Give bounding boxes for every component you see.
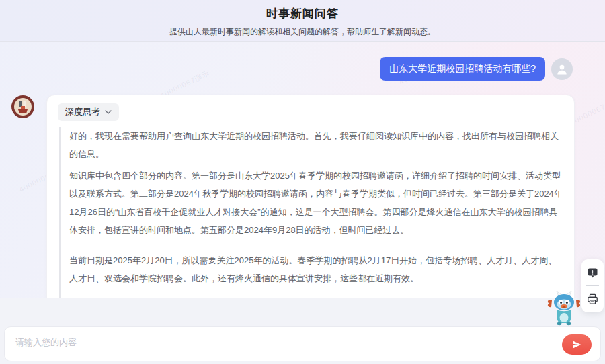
- deep-thinking-toggle[interactable]: 深度思考: [58, 103, 119, 121]
- page-subtitle: 提供山大最新时事新闻的解读和相关问题的解答，帮助师生了解新闻动态。: [0, 26, 605, 38]
- user-message-bubble: 山东大学近期校园招聘活动有哪些?: [380, 57, 545, 81]
- mascot: [545, 291, 583, 326]
- send-icon: [571, 339, 582, 350]
- user-avatar: [551, 58, 573, 80]
- floating-toolbar: [581, 259, 604, 312]
- header: 时事新闻问答 提供山大最新时事新闻的解读和相关问题的解答，帮助师生了解新闻动态。: [0, 0, 605, 42]
- chat-area: 40000067演示 40000067演示 40000067演示 4000006…: [0, 42, 605, 298]
- thinking-paragraph: 知识库中包含四个部分的内容。第一部分是山东大学2025年春季学期的校园招聘邀请函…: [69, 167, 563, 239]
- message-input[interactable]: [5, 327, 548, 361]
- university-emblem-icon: [11, 95, 35, 119]
- toolbar-divider: [586, 285, 599, 286]
- user-message-row: 山东大学近期校园招聘活动有哪些?: [0, 57, 605, 81]
- thinking-paragraph: 好的，我现在需要帮助用户查询山东大学近期的校园招聘活动。首先，我要仔细阅读知识库…: [69, 127, 563, 163]
- printer-icon: [587, 293, 598, 305]
- feedback-icon: [587, 267, 598, 279]
- feedback-button[interactable]: [581, 264, 604, 281]
- thinking-content: 好的，我现在需要帮助用户查询山东大学近期的校园招聘活动。首先，我要仔细阅读知识库…: [59, 127, 563, 298]
- assistant-avatar: [11, 95, 35, 119]
- chevron-down-icon: [105, 110, 112, 114]
- thinking-paragraph: 当前日期是2025年2月20日，所以需要关注2025年的活动。春季学期的招聘从2…: [69, 251, 563, 287]
- send-button[interactable]: [562, 334, 592, 355]
- page-title: 时事新闻问答: [0, 6, 605, 21]
- composer-bar: [0, 298, 605, 364]
- assistant-message-row: 深度思考 好的，我现在需要帮助用户查询山东大学近期的校园招聘活动。首先，我要仔细…: [0, 95, 605, 298]
- composer: [4, 326, 601, 361]
- assistant-message-card: 深度思考 好的，我现在需要帮助用户查询山东大学近期的校园招聘活动。首先，我要仔细…: [46, 95, 575, 298]
- deep-thinking-label: 深度思考: [65, 106, 100, 118]
- print-button[interactable]: [581, 290, 604, 308]
- news-qa-app: 时事新闻问答 提供山大最新时事新闻的解读和相关问题的解答，帮助师生了解新闻动态。…: [0, 0, 605, 364]
- person-icon: [555, 62, 569, 76]
